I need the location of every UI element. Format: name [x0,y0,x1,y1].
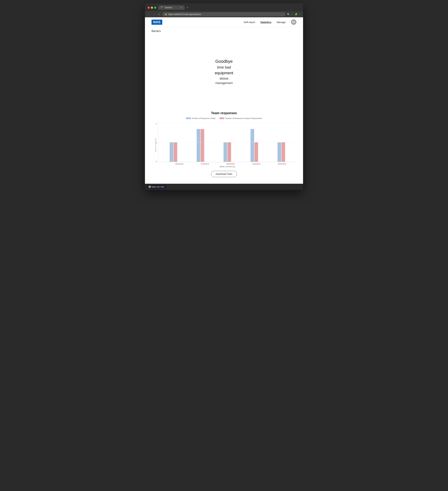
bar-group-3 [224,142,231,162]
breadcrumb: Barriers [151,30,161,32]
traffic-lights [148,7,156,9]
bar-group-2 [197,129,204,162]
chart-title: Team responses [151,111,297,115]
word-goodbye: Goodbye [215,58,233,65]
x-label-2: 27/02/2023 [201,163,209,165]
bar-unique-3 [227,142,231,162]
word-stress: stress [220,76,228,81]
word-cloud-words: Goodbye time bad equipment stress manage… [215,58,233,85]
y-axis-label: Number of responses [155,138,157,152]
legend-total-swatch [186,117,191,119]
site-nav: Self-report Statistics Manage MA [244,19,297,25]
browser-window: Statistics ✕ + ← → ↻ 🔒 https://adela734.… [145,3,303,190]
chart-plot-area: 20/02/2023 27/02/2023 06/03/2023 13/03/2… [158,123,297,168]
sub-header: Barriers [145,27,303,35]
word-equipment: equipment [215,70,233,76]
download-chart-button[interactable]: Download Chart [211,171,237,177]
made-with-footer: Made with Softr [145,184,303,190]
forward-button[interactable]: → [152,12,156,16]
softr-badge[interactable]: Made with Softr [147,185,166,189]
address-bar[interactable]: 🔒 https://adela734.softr.app/statistics [162,12,285,16]
tab-favicon [161,6,163,9]
nav-manage[interactable]: Manage [277,21,286,24]
legend-total-label: Number of Responses (Total) [192,117,215,119]
word-cloud-section: Goodbye time bad equipment stress manage… [145,35,303,108]
new-tab-button[interactable]: + [186,6,189,9]
maximize-button[interactable] [154,7,156,9]
bar-total-2 [197,129,200,162]
word-cloud-container: Goodbye time bad equipment stress manage… [178,42,270,101]
chart-bars-row [158,123,297,162]
extensions-icon[interactable]: 🧩 [295,13,298,16]
search-icon[interactable]: 🔍 [287,13,290,16]
x-label-1: 20/02/2023 [175,163,183,165]
lock-icon: 🔒 [165,13,167,15]
tab-bar: Statistics ✕ + [158,5,300,10]
tab-title: Statistics [165,6,172,9]
bar-total-3 [224,142,227,162]
y-label-2: 2 [156,123,157,124]
bar-group-1 [170,142,177,162]
bar-total-5 [278,142,281,162]
bookmark-icon[interactable]: ☆ [291,13,293,16]
legend-unique-swatch [219,117,224,119]
browser-titlebar: Statistics ✕ + [145,3,303,11]
x-label-4: 13/03/2023 [252,163,261,165]
made-with-label: Made with [151,186,160,188]
address-bar-row: ← → ↻ 🔒 https://adela734.softr.app/stati… [145,11,303,17]
menu-icon[interactable]: ⋮ [299,13,301,16]
minimize-button[interactable] [151,7,153,9]
tab-close-icon[interactable]: ✕ [180,6,182,9]
chart-x-title: Week commencing [158,166,297,168]
svg-rect-0 [161,6,161,7]
y-axis: 2 1 0 Number of responses [151,123,158,168]
back-button[interactable]: ← [147,12,150,16]
active-tab[interactable]: Statistics ✕ [158,5,185,10]
legend-total: Number of Responses (Total) [186,117,215,119]
x-label-5: 20/03/2023 [278,163,286,165]
x-label-3: 06/03/2023 [226,163,235,165]
word-time: time bad [217,65,231,70]
y-label-0: 0 [156,161,157,163]
page-content: NHS Self-report Statistics Manage MA Bar… [145,17,303,184]
softr-brand: Softr [160,186,164,188]
site-header: NHS Self-report Statistics Manage MA [145,17,303,27]
legend-unique: Number of Responses (Unique Respondents) [219,117,262,119]
user-avatar[interactable]: MA [291,19,297,25]
svg-rect-3 [161,7,161,8]
bar-unique-5 [281,142,285,162]
svg-rect-1 [162,6,162,7]
bar-total-4 [251,129,254,162]
svg-rect-2 [162,6,163,7]
bar-total-1 [170,142,173,162]
chart-plot [158,123,297,162]
refresh-button[interactable]: ↻ [158,12,161,16]
nhs-logo: NHS [151,20,162,25]
chart-section: Team responses Number of Responses (Tota… [145,108,303,184]
chart-legend: Number of Responses (Total) Number of Re… [151,117,297,119]
bar-unique-1 [174,142,177,162]
legend-unique-label: Number of Responses (Unique Respondents) [225,117,262,119]
softr-icon [149,186,151,188]
close-button[interactable] [148,7,150,9]
nav-self-report[interactable]: Self-report [244,21,255,24]
chart-x-labels: 20/02/2023 27/02/2023 06/03/2023 13/03/2… [165,162,297,165]
chart-wrapper: 2 1 0 Number of responses [151,123,297,168]
word-management: management [215,81,233,85]
bar-group-4 [251,129,258,162]
bar-unique-4 [254,142,258,162]
browser-actions: 🔍 ☆ 🧩 ⋮ [287,13,301,16]
bar-unique-2 [201,129,204,162]
bar-group-5 [278,142,285,162]
url-text: https://adela734.softr.app/statistics [168,13,201,16]
nav-statistics[interactable]: Statistics [261,21,271,24]
download-btn-row: Download Chart [151,171,297,177]
